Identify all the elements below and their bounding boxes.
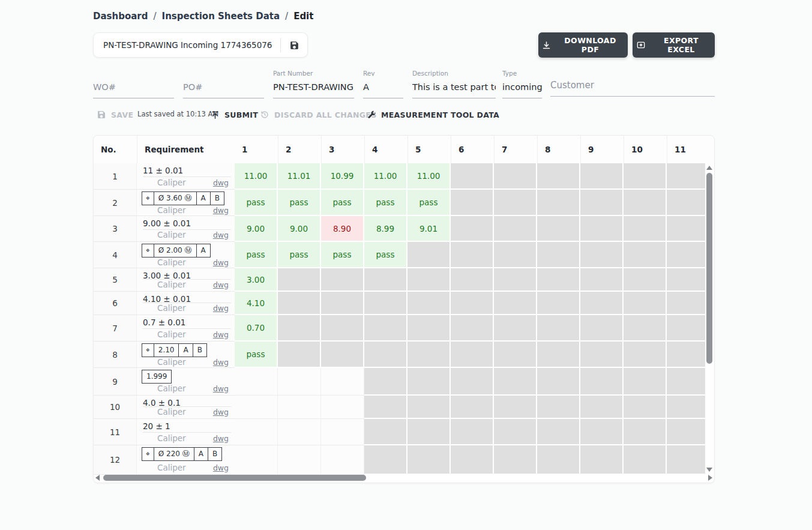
dwg-link[interactable]: dwg [213,408,229,417]
sheet-title-input[interactable] [94,40,280,50]
measurement-cell[interactable] [321,368,364,396]
tool-select[interactable]: Caliper [157,178,186,187]
measurement-cell[interactable]: 0.70 [235,315,278,342]
measurement-cell[interactable] [321,445,364,475]
measurement-cell[interactable] [278,445,321,475]
measurement-cell[interactable]: pass [278,242,321,268]
measurement-cell[interactable] [321,419,364,445]
tool-select[interactable]: Caliper [157,384,186,393]
tool-select[interactable]: Caliper [157,407,186,417]
measurement-cell[interactable] [235,419,278,445]
measurement-cell[interactable] [235,396,278,419]
measurement-cell[interactable]: 8.90 [321,216,364,242]
description-input[interactable]: This is a test part to ch [412,80,496,94]
download-pdf-button[interactable]: DOWNLOAD PDF [538,32,628,58]
measurement-cell[interactable]: pass [408,190,451,216]
tool-select[interactable]: Caliper [157,463,186,472]
tool-select[interactable]: Caliper [157,230,186,239]
requirement-text[interactable]: 11 ± 0.01 [143,165,231,177]
rev-input[interactable]: A [363,80,403,94]
vertical-scrollbar[interactable] [706,164,714,473]
requirement-text[interactable]: 4.0 ± 0.1 [143,397,231,407]
measurement-cell[interactable]: 8.99 [364,216,408,242]
wo-input[interactable]: WO# [93,80,174,94]
po-input[interactable]: PO# [183,80,264,94]
measurement-tool-data-button[interactable]: MEASUREMENT TOOL DATA [367,109,499,121]
tool-select[interactable]: Caliper [157,257,186,267]
submit-button[interactable]: SUBMIT [211,109,258,121]
scroll-left-arrow[interactable] [95,475,100,481]
measurement-cell[interactable] [278,368,321,396]
description-field[interactable]: Description This is a test part to ch [412,70,496,98]
scroll-up-arrow[interactable] [706,166,712,170]
measurement-cell[interactable]: 9.00 [278,216,321,242]
requirement-text[interactable]: 0.7 ± 0.01 [143,317,231,329]
measurement-cell[interactable]: 11.00 [364,163,408,190]
tool-select[interactable]: Caliper [157,280,186,289]
tool-select[interactable]: Caliper [157,433,186,443]
dwg-link[interactable]: dwg [213,230,229,239]
measurement-cell[interactable]: 11.00 [235,163,278,190]
measurement-cell[interactable] [235,368,278,396]
tool-select[interactable]: Caliper [157,357,186,367]
horizontal-scrollbar-thumb[interactable] [103,475,366,481]
requirement-text[interactable]: 9.00 ± 0.01 [143,218,231,230]
basic-dimension-box[interactable]: 1.999 [142,370,172,384]
measurement-cell[interactable]: 11.00 [408,163,451,190]
measurement-cell[interactable] [321,396,364,419]
tool-select[interactable]: Caliper [157,205,186,215]
discard-all-changes-button[interactable]: DISCARD ALL CHANGES [260,109,376,121]
gdt-feature-control-frame[interactable]: ⌖Ø 3.60 ⓂAB [142,191,224,205]
wo-field[interactable]: WO# [93,70,174,98]
tool-select[interactable]: Caliper [157,303,186,313]
export-excel-button[interactable]: EXPORT EXCEL [633,32,715,58]
measurement-cell[interactable]: pass [235,342,278,368]
dwg-link[interactable]: dwg [213,434,229,443]
type-input[interactable]: incoming [502,80,542,94]
dwg-link[interactable]: dwg [213,304,229,313]
dwg-link[interactable]: dwg [213,280,229,289]
measurement-cell[interactable]: pass [235,190,278,216]
customer-input[interactable]: Customer [550,79,715,92]
customer-field[interactable]: Customer [550,70,715,98]
gdt-feature-control-frame[interactable]: ⌖Ø 220 ⓂAB [142,447,222,461]
dwg-link[interactable]: dwg [213,206,229,215]
requirement-text[interactable]: 3.00 ± 0.01 [143,270,231,280]
scroll-down-arrow[interactable] [706,468,712,472]
requirement-text[interactable]: 20 ± 1 [143,421,231,433]
horizontal-scrollbar[interactable] [95,474,713,481]
dwg-link[interactable]: dwg [213,358,229,367]
measurement-cell[interactable]: 9.01 [408,216,451,242]
save-button[interactable]: SAVE [97,109,133,121]
requirement-text[interactable]: 4.10 ± 0.01 [143,294,231,303]
breadcrumb-dashboard[interactable]: Dashboard [93,11,148,22]
measurement-cell[interactable]: pass [321,190,364,216]
measurement-cell[interactable] [278,419,321,445]
rev-field[interactable]: Rev A [363,70,403,98]
measurement-cell[interactable] [235,445,278,475]
dwg-link[interactable]: dwg [213,330,229,339]
measurement-cell[interactable]: pass [235,242,278,268]
gdt-feature-control-frame[interactable]: ⌖2.10AB [142,343,207,357]
dwg-link[interactable]: dwg [213,384,229,393]
save-title-button[interactable] [281,33,307,57]
tool-select[interactable]: Caliper [157,330,186,339]
measurement-cell[interactable]: pass [321,242,364,268]
measurement-cell[interactable]: 4.10 [235,292,278,315]
dwg-link[interactable]: dwg [213,463,229,472]
measurement-cell[interactable]: pass [364,190,408,216]
po-field[interactable]: PO# [183,70,264,98]
breadcrumb-inspection-sheets-data[interactable]: Inspection Sheets Data [162,11,280,22]
measurement-cell[interactable]: 10.99 [321,163,364,190]
dwg-link[interactable]: dwg [213,178,229,187]
measurement-cell[interactable] [278,396,321,419]
measurement-cell[interactable]: pass [278,190,321,216]
vertical-scrollbar-thumb[interactable] [706,173,712,364]
scroll-right-arrow[interactable] [708,475,712,481]
dwg-link[interactable]: dwg [213,258,229,267]
measurement-cell[interactable]: 3.00 [235,268,278,292]
part-number-field[interactable]: Part Number PN-TEST-DRAWING [273,70,354,98]
gdt-feature-control-frame[interactable]: ⌖Ø 2.00 ⓂA [142,244,211,257]
measurement-cell[interactable]: 9.00 [235,216,278,242]
measurement-cell[interactable]: pass [364,242,408,268]
